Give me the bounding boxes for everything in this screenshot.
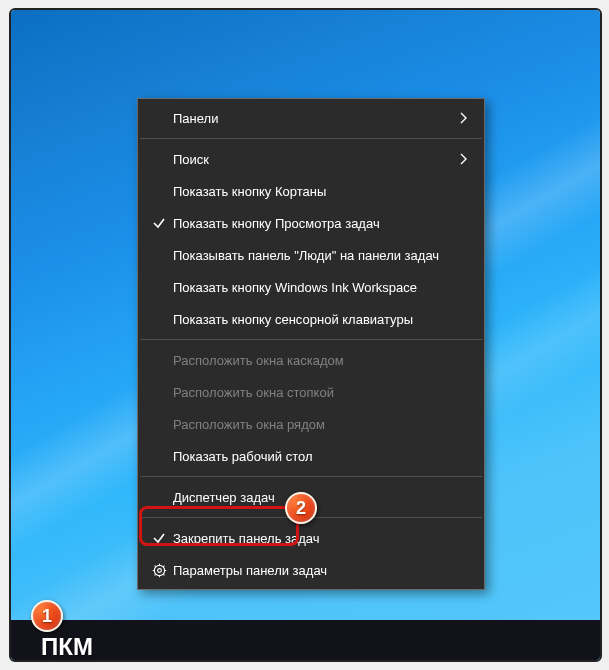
annotation-pkm-label: ПКМ — [41, 633, 93, 661]
menu-label: Параметры панели задач — [173, 563, 471, 578]
svg-line-9 — [163, 565, 164, 566]
menu-item-show-taskview[interactable]: Показать кнопку Просмотра задач — [139, 207, 483, 239]
menu-label: Панели — [173, 111, 457, 126]
menu-label: Расположить окна каскадом — [173, 353, 471, 368]
menu-label: Показать кнопку Windows Ink Workspace — [173, 280, 471, 295]
svg-point-1 — [157, 568, 161, 572]
menu-label: Показать кнопку Просмотра задач — [173, 216, 471, 231]
svg-line-7 — [163, 574, 164, 575]
svg-point-0 — [154, 565, 164, 575]
menu-item-cascade: Расположить окна каскадом — [139, 344, 483, 376]
gear-icon — [145, 563, 173, 578]
menu-item-show-desktop[interactable]: Показать рабочий стол — [139, 440, 483, 472]
menu-separator — [140, 339, 482, 340]
menu-label: Показывать панель "Люди" на панели задач — [173, 248, 471, 263]
menu-separator — [140, 476, 482, 477]
menu-item-lock-taskbar[interactable]: Закрепить панель задач — [139, 522, 483, 554]
checkmark-icon — [145, 216, 173, 230]
menu-item-show-ink[interactable]: Показать кнопку Windows Ink Workspace — [139, 271, 483, 303]
menu-item-taskbar-settings[interactable]: Параметры панели задач — [139, 554, 483, 586]
menu-item-panels[interactable]: Панели — [139, 102, 483, 134]
menu-label: Расположить окна рядом — [173, 417, 471, 432]
menu-item-show-touch-keyboard[interactable]: Показать кнопку сенсорной клавиатуры — [139, 303, 483, 335]
menu-label: Показать рабочий стол — [173, 449, 471, 464]
menu-label: Диспетчер задач — [173, 490, 471, 505]
menu-separator — [140, 138, 482, 139]
menu-item-stacked: Расположить окна стопкой — [139, 376, 483, 408]
chevron-right-icon — [457, 153, 471, 165]
menu-item-show-cortana[interactable]: Показать кнопку Кортаны — [139, 175, 483, 207]
menu-label: Закрепить панель задач — [173, 531, 471, 546]
menu-item-side-by-side: Расположить окна рядом — [139, 408, 483, 440]
checkmark-icon — [145, 531, 173, 545]
menu-label: Показать кнопку сенсорной клавиатуры — [173, 312, 471, 327]
menu-label: Поиск — [173, 152, 457, 167]
chevron-right-icon — [457, 112, 471, 124]
taskbar[interactable] — [11, 620, 600, 660]
menu-item-show-people[interactable]: Показывать панель "Люди" на панели задач — [139, 239, 483, 271]
svg-line-8 — [154, 574, 155, 575]
menu-label: Показать кнопку Кортаны — [173, 184, 471, 199]
annotation-badge-2: 2 — [285, 492, 317, 524]
menu-item-search[interactable]: Поиск — [139, 143, 483, 175]
menu-label: Расположить окна стопкой — [173, 385, 471, 400]
svg-line-6 — [154, 565, 155, 566]
annotation-badge-1: 1 — [31, 600, 63, 632]
